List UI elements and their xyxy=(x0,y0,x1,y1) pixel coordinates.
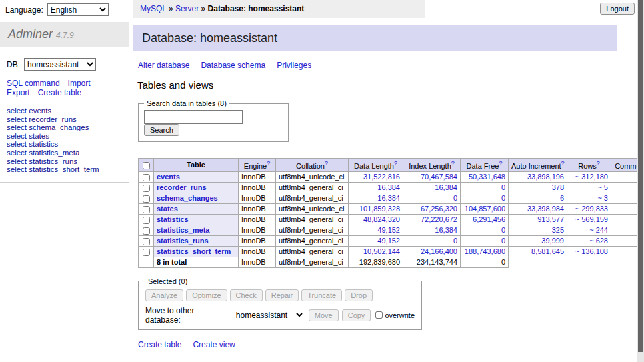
auto-increment-link[interactable]: 6 xyxy=(560,194,564,202)
table-name-link-statistics-short-term[interactable]: statistics_short_term xyxy=(157,247,231,255)
auto-increment-link[interactable]: 378 xyxy=(552,183,564,191)
data-length-link[interactable]: 10,502,144 xyxy=(363,247,400,255)
column-help-link[interactable]: ? xyxy=(451,160,455,167)
table-name-link-statistics[interactable]: statistics xyxy=(157,215,189,223)
create-create-table[interactable]: Create table xyxy=(138,340,181,349)
scrollbar[interactable] xyxy=(637,0,644,362)
table-name-link-statistics-runs[interactable]: statistics_runs xyxy=(157,237,209,245)
column-help-link[interactable]: ? xyxy=(597,160,600,167)
auto-increment-link[interactable]: 8,581,645 xyxy=(531,247,564,255)
row-checkbox-recorder-runs[interactable] xyxy=(143,185,150,192)
language-select[interactable]: English xyxy=(47,3,109,16)
auto-increment-link[interactable]: 39,999 xyxy=(541,237,564,245)
index-length-link[interactable]: 67,256,320 xyxy=(421,205,457,213)
drop-button[interactable]: Drop xyxy=(345,289,373,301)
data-free-link[interactable]: 0 xyxy=(501,194,505,202)
table-name-link-schema-changes[interactable]: schema_changes xyxy=(157,194,218,202)
move-button[interactable]: Move xyxy=(309,309,339,321)
truncate-button[interactable]: Truncate xyxy=(301,289,342,301)
sidebar-action-import[interactable]: Import xyxy=(68,79,91,88)
sidebar-link-select-recorder-runs[interactable]: select recorder_runs xyxy=(7,115,129,124)
repair-button[interactable]: Repair xyxy=(265,289,299,301)
sidebar-action-sql-command[interactable]: SQL command xyxy=(7,79,60,88)
data-length-link[interactable]: 49,152 xyxy=(377,237,400,245)
search-input[interactable] xyxy=(144,110,243,124)
column-help-link[interactable]: ? xyxy=(394,160,397,167)
data-free-link[interactable]: 104,857,600 xyxy=(465,205,505,213)
table-name-link-states[interactable]: states xyxy=(157,205,178,213)
row-checkbox-events[interactable] xyxy=(143,174,150,181)
auto-increment-link[interactable]: 33,898,196 xyxy=(527,173,564,181)
sidebar-link-select-events[interactable]: select events xyxy=(7,107,129,115)
index-length-link[interactable]: 0 xyxy=(453,194,457,202)
data-free-link[interactable]: 0 xyxy=(501,226,505,234)
data-free-link[interactable]: 6,291,456 xyxy=(473,215,505,223)
rows-link[interactable]: ~ 299,833 xyxy=(575,205,608,213)
copy-button[interactable]: Copy xyxy=(342,309,371,321)
data-length-link[interactable]: 16,384 xyxy=(377,194,400,202)
data-free-link[interactable]: 0 xyxy=(501,183,505,191)
rows-link[interactable]: ~ 136,108 xyxy=(575,247,608,255)
sidebar-link-select-statistics-short-term[interactable]: select statistics_short_term xyxy=(7,165,129,174)
auto-increment-link[interactable]: 325 xyxy=(552,226,564,234)
sidebar-action-create-table[interactable]: Create table xyxy=(38,88,81,97)
overwrite-label[interactable]: overwrite xyxy=(375,311,415,319)
breadcrumb-link-server[interactable]: Server xyxy=(175,4,199,13)
db-action-database-schema[interactable]: Database schema xyxy=(201,61,265,70)
data-length-link[interactable]: 16,384 xyxy=(377,183,400,191)
index-length-link[interactable]: 70,467,584 xyxy=(421,173,457,181)
rows-link[interactable]: ~ 569,159 xyxy=(575,215,608,223)
sidebar-link-select-states[interactable]: select states xyxy=(7,132,129,141)
index-length-link[interactable]: 72,220,672 xyxy=(421,215,457,223)
data-length-link[interactable]: 48,824,320 xyxy=(363,215,400,223)
table-name-link-recorder-runs[interactable]: recorder_runs xyxy=(157,183,207,191)
rows-link[interactable]: ~ 5 xyxy=(597,183,608,191)
row-checkbox-states[interactable] xyxy=(143,206,150,213)
create-create-view[interactable]: Create view xyxy=(193,340,235,349)
logout-button[interactable]: Logout xyxy=(600,3,635,15)
column-help-link[interactable]: ? xyxy=(267,160,270,167)
analyze-button[interactable]: Analyze xyxy=(145,289,183,301)
column-help-link[interactable]: ? xyxy=(561,160,565,167)
index-length-link[interactable]: 24,166,400 xyxy=(421,247,457,255)
index-length-link[interactable]: 16,384 xyxy=(435,226,457,234)
move-db-select[interactable]: homeassistant xyxy=(233,309,305,321)
breadcrumb-link-mysql[interactable]: MySQL xyxy=(140,4,167,13)
table-name-link-events[interactable]: events xyxy=(157,173,180,181)
select-all-checkbox[interactable] xyxy=(143,162,150,169)
sidebar-link-select-schema-changes[interactable]: select schema_changes xyxy=(7,123,129,132)
sidebar-action-export[interactable]: Export xyxy=(7,88,30,97)
column-help-link[interactable]: ? xyxy=(499,160,502,167)
db-select[interactable]: homeassistant xyxy=(24,58,96,71)
rows-link[interactable]: ~ 3 xyxy=(597,194,608,202)
column-help-link[interactable]: ? xyxy=(325,160,328,167)
row-checkbox-schema-changes[interactable] xyxy=(143,195,150,203)
index-length-link[interactable]: 0 xyxy=(453,237,457,245)
data-length-link[interactable]: 31,522,816 xyxy=(363,173,400,181)
rows-link[interactable]: ~ 628 xyxy=(589,237,608,245)
row-checkbox-statistics[interactable] xyxy=(143,217,150,224)
search-button[interactable]: Search xyxy=(144,124,179,136)
row-checkbox-statistics-short-term[interactable] xyxy=(143,249,150,256)
auto-increment-link[interactable]: 913,577 xyxy=(537,215,564,223)
check-button[interactable]: Check xyxy=(230,289,263,301)
db-action-privileges[interactable]: Privileges xyxy=(277,61,311,70)
data-length-link[interactable]: 49,152 xyxy=(377,226,400,234)
row-checkbox-statistics-runs[interactable] xyxy=(143,238,150,245)
data-free-link[interactable]: 50,331,648 xyxy=(469,173,505,181)
data-length-link[interactable]: 101,859,328 xyxy=(359,205,400,213)
db-action-alter-database[interactable]: Alter database xyxy=(138,61,189,70)
rows-link[interactable]: ~ 244 xyxy=(589,226,608,234)
rows-link[interactable]: ~ 312,180 xyxy=(575,173,608,181)
auto-increment-link[interactable]: 33,398,984 xyxy=(527,205,564,213)
data-free-link[interactable]: 0 xyxy=(501,237,505,245)
overwrite-checkbox[interactable] xyxy=(375,311,383,319)
sidebar-link-select-statistics[interactable]: select statistics xyxy=(7,140,129,149)
sidebar-link-select-statistics-meta[interactable]: select statistics_meta xyxy=(7,149,129,157)
table-name-link-statistics-meta[interactable]: statistics_meta xyxy=(157,226,210,234)
optimize-button[interactable]: Optimize xyxy=(186,289,227,301)
sidebar-link-select-statistics-runs[interactable]: select statistics_runs xyxy=(7,157,129,166)
scrollbar-thumb[interactable] xyxy=(638,0,643,352)
index-length-link[interactable]: 16,384 xyxy=(435,183,457,191)
data-free-link[interactable]: 188,743,680 xyxy=(465,247,505,255)
